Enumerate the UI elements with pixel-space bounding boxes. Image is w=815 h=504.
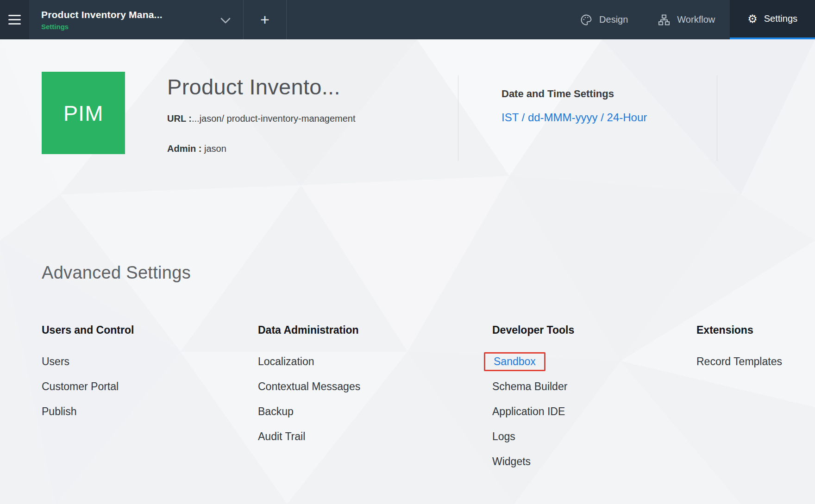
app-title: Product Inventory Mana... — [41, 9, 163, 20]
highlight-box: Sandbox — [484, 352, 545, 371]
datetime-settings-heading: Date and Time Settings — [502, 88, 614, 100]
tab-settings[interactable]: ⚙ Settings — [730, 0, 815, 39]
list-item: Sandbox — [492, 349, 677, 374]
workflow-icon — [658, 13, 671, 26]
topbar-divider — [286, 0, 287, 39]
settings-link-backup[interactable]: Backup — [258, 405, 294, 417]
settings-link-audit-trail[interactable]: Audit Trail — [258, 430, 305, 442]
column-title: Data Administration — [258, 324, 457, 336]
tab-design-label: Design — [599, 14, 628, 25]
settings-link-publish[interactable]: Publish — [42, 405, 76, 417]
column-users-and-control: Users and Control Users Customer Portal … — [42, 324, 208, 424]
tab-workflow-label: Workflow — [677, 14, 715, 25]
list-item: Customer Portal — [42, 374, 208, 399]
list-item: Widgets — [492, 449, 677, 474]
settings-link-contextual-messages[interactable]: Contextual Messages — [258, 380, 360, 392]
header-divider — [458, 75, 458, 161]
list-item: Audit Trail — [258, 424, 457, 449]
settings-link-localization[interactable]: Localization — [258, 355, 314, 367]
app-subtitle: Settings — [41, 23, 163, 31]
column-developer-tools: Developer Tools Sandbox Schema Builder A… — [492, 324, 677, 474]
settings-link-logs[interactable]: Logs — [492, 430, 515, 442]
column-title: Developer Tools — [492, 324, 677, 336]
column-title: Users and Control — [42, 324, 208, 336]
settings-page: Product Inventory Mana... Settings + Des… — [0, 0, 815, 504]
settings-link-users[interactable]: Users — [42, 355, 69, 367]
plus-icon: + — [260, 11, 270, 29]
url-value: ...jason/ product-inventory-management — [192, 113, 356, 124]
settings-link-schema-builder[interactable]: Schema Builder — [492, 380, 567, 392]
app-logo: PIM — [42, 72, 125, 154]
list-item: Localization — [258, 349, 457, 374]
chevron-down-icon — [220, 18, 231, 24]
column-title: Extensions — [696, 324, 815, 336]
url-label: URL : — [167, 113, 192, 124]
list-item: Schema Builder — [492, 374, 677, 399]
list-item: Logs — [492, 424, 677, 449]
app-admin-line: Admin : jason — [167, 143, 226, 154]
advanced-settings-heading: Advanced Settings — [42, 263, 191, 283]
admin-label: Admin : — [167, 143, 201, 154]
tab-settings-label: Settings — [764, 13, 797, 24]
topbar-tabs: Design Workflow ⚙ Settings — [565, 0, 815, 39]
app-switcher[interactable]: Product Inventory Mana... Settings — [29, 0, 243, 39]
tab-design[interactable]: Design — [565, 0, 643, 39]
settings-link-record-templates[interactable]: Record Templates — [696, 355, 782, 367]
datetime-settings-link[interactable]: IST / dd-MMM-yyyy / 24-Hour — [502, 111, 647, 124]
app-name-heading: Product Invento... — [167, 74, 340, 100]
list-item: Contextual Messages — [258, 374, 457, 399]
hamburger-icon — [8, 15, 21, 16]
design-icon — [580, 13, 593, 26]
settings-link-application-ide[interactable]: Application IDE — [492, 405, 565, 417]
add-app-button[interactable]: + — [244, 0, 286, 39]
list-item: Backup — [258, 399, 457, 424]
column-data-administration: Data Administration Localization Context… — [258, 324, 457, 449]
app-url-line: URL :...jason/ product-inventory-managem… — [167, 113, 355, 124]
admin-value: jason — [201, 143, 226, 154]
app-logo-text: PIM — [63, 100, 104, 126]
list-item: Record Templates — [696, 349, 815, 374]
list-item: Application IDE — [492, 399, 677, 424]
gear-icon: ⚙ — [747, 13, 758, 25]
header-divider — [717, 75, 717, 161]
topbar: Product Inventory Mana... Settings + Des… — [0, 0, 815, 39]
list-item: Users — [42, 349, 208, 374]
hamburger-menu-button[interactable] — [0, 0, 29, 39]
settings-link-sandbox[interactable]: Sandbox — [494, 355, 536, 367]
tab-workflow[interactable]: Workflow — [643, 0, 730, 39]
settings-link-customer-portal[interactable]: Customer Portal — [42, 380, 119, 392]
column-extensions: Extensions Record Templates — [696, 324, 815, 374]
settings-link-widgets[interactable]: Widgets — [492, 455, 531, 467]
list-item: Publish — [42, 399, 208, 424]
